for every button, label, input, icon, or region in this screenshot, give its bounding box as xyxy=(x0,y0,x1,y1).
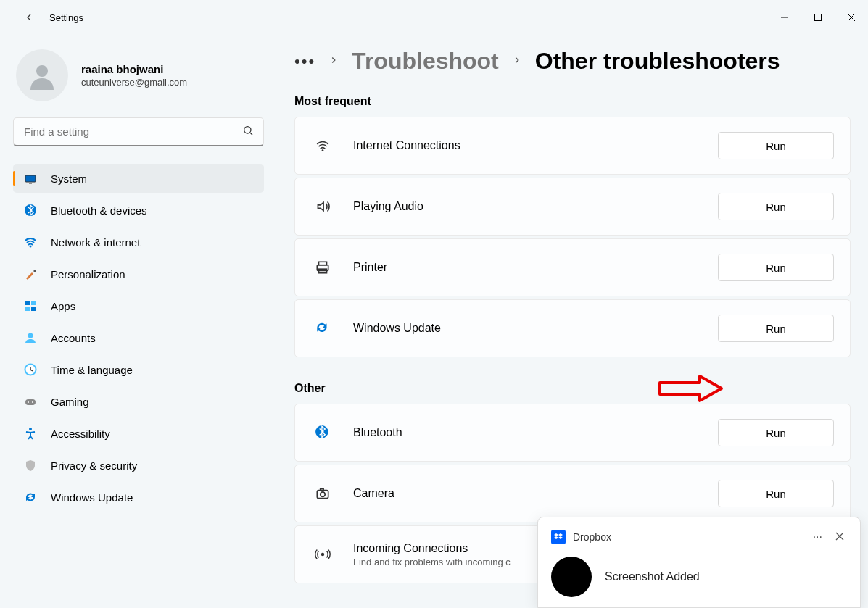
sidebar-item-label: System xyxy=(51,172,87,185)
troubleshooter-card: Internet Connections Run xyxy=(294,117,851,175)
sidebar-item-label: Bluetooth & devices xyxy=(51,204,147,217)
card-title: Playing Audio xyxy=(353,200,718,213)
sidebar-item-personalization[interactable]: Personalization xyxy=(13,259,264,288)
run-button[interactable]: Run xyxy=(718,480,834,507)
sidebar-item-time[interactable]: Time & language xyxy=(13,355,264,384)
troubleshooter-card: Printer Run xyxy=(294,238,851,296)
titlebar: Settings xyxy=(0,0,868,35)
minimize-button[interactable] xyxy=(768,6,801,29)
sidebar-item-network[interactable]: Network & internet xyxy=(13,228,264,257)
troubleshooter-card: Windows Update Run xyxy=(294,299,851,357)
svg-point-18 xyxy=(322,149,324,151)
card-title: Printer xyxy=(353,261,718,274)
section-title: Other xyxy=(294,382,851,395)
sidebar-item-gaming[interactable]: Gaming xyxy=(13,387,264,416)
shield-icon xyxy=(23,458,38,472)
svg-point-24 xyxy=(321,492,326,497)
back-button[interactable] xyxy=(15,3,44,32)
clock-icon xyxy=(23,362,38,377)
wifi-icon xyxy=(23,235,38,249)
brush-icon xyxy=(23,267,38,281)
run-button[interactable]: Run xyxy=(718,132,834,159)
breadcrumb-more-icon[interactable]: ••• xyxy=(294,52,315,71)
wifi-ts-icon xyxy=(311,138,334,154)
bluetooth-icon xyxy=(311,425,334,441)
app-title: Settings xyxy=(49,12,83,23)
monitor-icon xyxy=(23,171,38,186)
troubleshooter-card: Bluetooth Run xyxy=(294,404,851,462)
apps-icon xyxy=(23,299,38,313)
sidebar-item-system[interactable]: System xyxy=(13,164,264,193)
svg-point-26 xyxy=(321,553,324,556)
search-wrap xyxy=(13,117,264,146)
svg-point-17 xyxy=(29,428,32,430)
toast-message: Screenshot Added xyxy=(605,570,700,583)
svg-rect-8 xyxy=(25,301,30,305)
search-icon xyxy=(242,125,254,139)
toast-thumbnail xyxy=(551,557,592,597)
sidebar-item-apps[interactable]: Apps xyxy=(13,291,264,320)
sidebar-item-accounts[interactable]: Accounts xyxy=(13,323,264,352)
svg-rect-10 xyxy=(25,307,30,311)
sidebar-item-label: Windows Update xyxy=(51,491,133,504)
sidebar: raaina bhojwani cuteuniverse@gmail.com S… xyxy=(0,35,277,608)
profile-name: raaina bhojwani xyxy=(81,63,187,75)
search-input[interactable] xyxy=(13,117,264,146)
svg-point-7 xyxy=(30,246,32,248)
run-button[interactable]: Run xyxy=(718,193,834,220)
sidebar-item-label: Time & language xyxy=(51,364,133,376)
avatar xyxy=(16,49,68,101)
card-title: Internet Connections xyxy=(353,139,718,152)
svg-rect-25 xyxy=(321,488,323,490)
card-title: Bluetooth xyxy=(353,426,718,439)
sidebar-item-bluetooth[interactable]: Bluetooth & devices xyxy=(13,196,264,225)
run-button[interactable]: Run xyxy=(718,315,834,342)
sidebar-item-label: Gaming xyxy=(51,396,89,408)
bluetooth-icon xyxy=(23,203,38,217)
toast-notification[interactable]: Dropbox ··· Screenshot Added xyxy=(537,517,861,608)
close-button[interactable] xyxy=(835,6,868,29)
accessibility-icon xyxy=(23,426,38,441)
profile-email: cuteuniverse@gmail.com xyxy=(81,77,187,88)
svg-rect-5 xyxy=(29,183,32,184)
run-button[interactable]: Run xyxy=(718,254,834,281)
svg-rect-3 xyxy=(25,175,36,182)
breadcrumb: ••• Troubleshoot Other troubleshooters xyxy=(294,48,851,75)
sync-icon xyxy=(23,490,38,504)
breadcrumb-parent[interactable]: Troubleshoot xyxy=(352,48,499,75)
toast-app-name: Dropbox xyxy=(573,531,803,543)
signal-icon xyxy=(311,546,334,562)
section-title: Most frequent xyxy=(294,95,851,108)
chevron-right-icon xyxy=(512,54,522,69)
toast-close-icon[interactable] xyxy=(832,528,847,546)
sidebar-item-label: Privacy & security xyxy=(51,459,137,472)
troubleshooter-card: Playing Audio Run xyxy=(294,178,851,236)
run-button[interactable]: Run xyxy=(718,419,834,446)
svg-rect-1 xyxy=(815,14,822,21)
sidebar-item-label: Accessibility xyxy=(51,428,110,440)
maximize-button[interactable] xyxy=(801,6,835,29)
dropbox-icon xyxy=(551,530,566,544)
svg-point-16 xyxy=(32,401,33,403)
gamepad-icon xyxy=(23,394,38,409)
sidebar-item-label: Personalization xyxy=(51,268,125,280)
svg-rect-11 xyxy=(31,307,36,311)
svg-rect-14 xyxy=(25,399,36,405)
sidebar-item-privacy[interactable]: Privacy & security xyxy=(13,451,264,480)
sidebar-item-label: Apps xyxy=(51,300,75,312)
profile[interactable]: raaina bhojwani cuteuniverse@gmail.com xyxy=(13,49,264,101)
chevron-right-icon xyxy=(328,54,339,69)
window-controls xyxy=(768,6,868,29)
sidebar-item-accessibility[interactable]: Accessibility xyxy=(13,419,264,448)
troubleshooter-card: Camera Run xyxy=(294,465,851,522)
camera-icon xyxy=(311,486,334,501)
svg-rect-9 xyxy=(31,301,36,305)
breadcrumb-current: Other troubleshooters xyxy=(535,48,780,75)
svg-point-15 xyxy=(28,401,29,403)
audio-icon xyxy=(311,199,334,215)
card-title: Camera xyxy=(353,487,718,500)
sidebar-item-update[interactable]: Windows Update xyxy=(13,483,264,512)
sync-icon xyxy=(311,320,334,336)
toast-more-icon[interactable]: ··· xyxy=(810,528,825,546)
svg-point-12 xyxy=(28,333,33,338)
